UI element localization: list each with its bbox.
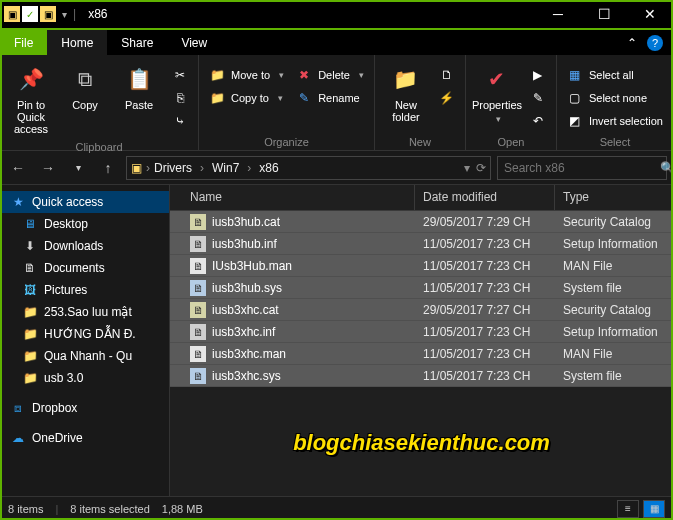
sidebar-item-label: usb 3.0 [44, 371, 83, 385]
tab-home[interactable]: Home [47, 30, 107, 55]
table-row[interactable]: 🗎iusb3xhc.cat29/05/2017 7:27 CHSecurity … [170, 299, 673, 321]
file-list[interactable]: Name Date modified Type 🗎iusb3hub.cat29/… [170, 185, 673, 496]
refresh-icon[interactable]: ⟳ [476, 161, 486, 175]
history-button[interactable]: ↶ [526, 111, 550, 131]
folder-icon[interactable]: ▣ [4, 6, 20, 22]
column-headers[interactable]: Name Date modified Type [170, 185, 673, 211]
chevron-up-icon[interactable]: ⌃ [627, 36, 637, 50]
column-name[interactable]: Name [170, 185, 415, 210]
copy-path-button[interactable]: ⎘ [168, 88, 192, 108]
column-date[interactable]: Date modified [415, 185, 555, 210]
address-bar[interactable]: ▣ › DriversWin7x86 ▾ ⟳ [126, 156, 491, 180]
minimize-button[interactable]: ─ [535, 0, 581, 29]
table-row[interactable]: 🗎iusb3xhc.inf11/05/2017 7:23 CHSetup Inf… [170, 321, 673, 343]
invert-selection-button[interactable]: ◩Invert selection [563, 111, 667, 131]
edit-button[interactable]: ✎ [526, 88, 550, 108]
cloud-icon: ☁ [10, 430, 26, 446]
file-icon: 🗎 [190, 214, 206, 230]
sidebar-item[interactable]: 🖥Desktop [0, 213, 169, 235]
pic-icon: 🖼 [22, 282, 38, 298]
tab-share[interactable]: Share [107, 30, 167, 55]
delete-button[interactable]: ✖Delete [292, 65, 368, 85]
icons-view-button[interactable]: ▦ [643, 500, 665, 518]
back-button[interactable]: ← [6, 156, 30, 180]
select-none-button[interactable]: ▢Select none [563, 88, 667, 108]
sidebar-item-label: Desktop [44, 217, 88, 231]
tab-file[interactable]: File [0, 30, 47, 55]
desktop-icon: 🖥 [22, 216, 38, 232]
sidebar-item[interactable]: 📁253.Sao luu mật [0, 301, 169, 323]
properties-button[interactable]: ✔ Properties [472, 59, 522, 129]
details-view-button[interactable]: ≡ [617, 500, 639, 518]
up-button[interactable]: ↑ [96, 156, 120, 180]
table-row[interactable]: 🗎IUsb3Hub.man11/05/2017 7:23 CHMAN File [170, 255, 673, 277]
dropdown-icon[interactable]: ▾ [464, 161, 470, 175]
new-folder-button[interactable]: 📁 New folder [381, 59, 431, 127]
forward-button[interactable]: → [36, 156, 60, 180]
easy-access-icon: ⚡ [439, 90, 455, 106]
selected-size: 1,88 MB [162, 503, 203, 515]
select-all-button[interactable]: ▦Select all [563, 65, 667, 85]
check-icon[interactable]: ✓ [22, 6, 38, 22]
table-row[interactable]: 🗎iusb3xhc.sys11/05/2017 7:23 CHSystem fi… [170, 365, 673, 387]
recent-locations-button[interactable]: ▾ [66, 156, 90, 180]
file-name: iusb3hub.inf [212, 237, 277, 251]
sidebar-item[interactable]: 🖼Pictures [0, 279, 169, 301]
sidebar-item-label: Pictures [44, 283, 87, 297]
path-icon: ⎘ [172, 90, 188, 106]
cut-button[interactable]: ✂ [168, 65, 192, 85]
rename-button[interactable]: ✎Rename [292, 88, 368, 108]
file-icon: 🗎 [190, 258, 206, 274]
copy-button[interactable]: ⧉ Copy [60, 59, 110, 115]
navigation-pane[interactable]: ★Quick access🖥Desktop⬇Downloads🗎Document… [0, 185, 170, 496]
sidebar-item[interactable]: ⬇Downloads [0, 235, 169, 257]
pin-icon: 📌 [15, 63, 47, 95]
open-button[interactable]: ▶ [526, 65, 550, 85]
maximize-button[interactable]: ☐ [581, 0, 627, 29]
sidebar-item-label: Downloads [44, 239, 103, 253]
chevron-down-icon[interactable]: ▾ [58, 9, 71, 20]
folder-copy-icon: 📁 [209, 90, 225, 106]
folder-icon[interactable]: ▣ [40, 6, 56, 22]
close-button[interactable]: ✕ [627, 0, 673, 29]
new-item-button[interactable]: 🗋 [435, 65, 459, 85]
paste-shortcut-button[interactable]: ⤷ [168, 111, 192, 131]
folder-arrow-icon: 📁 [209, 67, 225, 83]
group-label: Organize [205, 134, 368, 148]
copy-to-button[interactable]: 📁Copy to [205, 88, 288, 108]
sidebar-item[interactable]: ☁OneDrive [0, 427, 169, 449]
breadcrumb-segment[interactable]: x86 [255, 161, 290, 175]
move-to-button[interactable]: 📁Move to [205, 65, 288, 85]
navigation-bar: ← → ▾ ↑ ▣ › DriversWin7x86 ▾ ⟳ 🔍 [0, 151, 673, 185]
pin-to-quick-access-button[interactable]: 📌 Pin to Quick access [6, 59, 56, 139]
table-row[interactable]: 🗎iusb3xhc.man11/05/2017 7:23 CHMAN File [170, 343, 673, 365]
file-name: iusb3xhc.cat [212, 303, 279, 317]
file-name: iusb3xhc.sys [212, 369, 281, 383]
group-organize: 📁Move to 📁Copy to ✖Delete ✎Rename Organi… [199, 55, 375, 150]
file-type: System file [555, 369, 673, 383]
table-row[interactable]: 🗎iusb3hub.inf11/05/2017 7:23 CHSetup Inf… [170, 233, 673, 255]
selected-count: 8 items selected [70, 503, 149, 515]
sidebar-item[interactable]: ⧈Dropbox [0, 397, 169, 419]
column-type[interactable]: Type [555, 185, 673, 210]
sidebar-item[interactable]: ★Quick access [0, 191, 169, 213]
invert-icon: ◩ [567, 113, 583, 129]
sidebar-item[interactable]: 📁usb 3.0 [0, 367, 169, 389]
tab-view[interactable]: View [167, 30, 221, 55]
folder-icon: 📁 [22, 326, 38, 342]
breadcrumb-segment[interactable]: Drivers [150, 161, 208, 175]
paste-button[interactable]: 📋 Paste [114, 59, 164, 115]
breadcrumb-segment[interactable]: Win7 [208, 161, 255, 175]
group-select: ▦Select all ▢Select none ◩Invert selecti… [557, 55, 673, 150]
scissors-icon: ✂ [172, 67, 188, 83]
table-row[interactable]: 🗎iusb3hub.cat29/05/2017 7:29 CHSecurity … [170, 211, 673, 233]
sidebar-item[interactable]: 📁HƯỚNG DẪN Đ. [0, 323, 169, 345]
search-box[interactable]: 🔍 [497, 156, 667, 180]
sidebar-item[interactable]: 📁Qua Nhanh - Qu [0, 345, 169, 367]
easy-access-button[interactable]: ⚡ [435, 88, 459, 108]
help-icon[interactable]: ? [647, 35, 663, 51]
file-type: MAN File [555, 259, 673, 273]
search-input[interactable] [504, 161, 654, 175]
sidebar-item[interactable]: 🗎Documents [0, 257, 169, 279]
table-row[interactable]: 🗎iusb3hub.sys11/05/2017 7:23 CHSystem fi… [170, 277, 673, 299]
